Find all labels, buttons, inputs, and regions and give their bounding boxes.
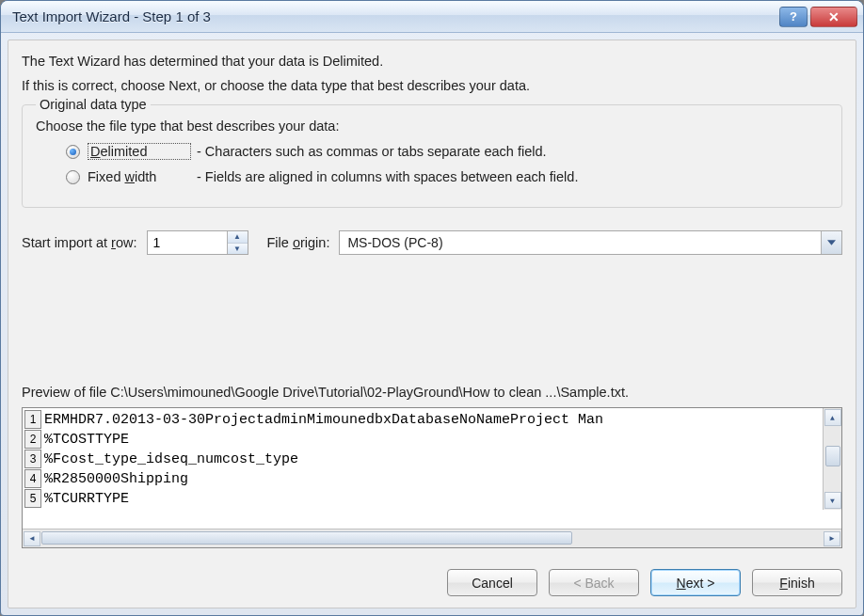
intro-text-1: The Text Wizard has determined that your… <box>22 54 842 69</box>
spinner-up-button[interactable]: ▲ <box>228 231 248 244</box>
row-text: %R2850000Shipping <box>44 469 188 489</box>
preview-box: 1ERMHDR7.02013-03-30ProjectadminMimouned… <box>22 407 842 548</box>
row-number: 3 <box>24 450 41 468</box>
row-number: 4 <box>24 469 41 488</box>
file-origin-value: MS-DOS (PC-8) <box>340 231 821 254</box>
next-button[interactable]: Next > <box>650 569 741 596</box>
delimited-radio[interactable] <box>66 145 80 159</box>
preview-row: 2%TCOSTTYPE <box>24 430 840 450</box>
start-row-input[interactable] <box>148 231 227 254</box>
radio-row-fixed: Fixed width - Fields are aligned in colu… <box>66 169 828 184</box>
scroll-left-button[interactable]: ◄ <box>24 531 40 546</box>
row-text: %TCURRTYPE <box>44 489 129 509</box>
file-origin-label: File origin: <box>267 235 330 250</box>
scroll-up-button[interactable]: ▲ <box>824 409 841 426</box>
preview-label: Preview of file C:\Users\mimouned\Google… <box>22 385 842 400</box>
row-text: ERMHDR7.02013-03-30ProjectadminMimounedb… <box>44 410 603 430</box>
delimited-desc: - Characters such as commas or tabs sepa… <box>197 144 547 159</box>
close-button[interactable]: ✕ <box>810 7 857 27</box>
dialog-content: The Text Wizard has determined that your… <box>8 39 856 608</box>
fixed-width-desc: - Fields are aligned in columns with spa… <box>197 169 578 184</box>
row-text: %Fcost_type_idseq_numcost_type <box>44 450 298 469</box>
start-row-label: Start import at row: <box>22 235 137 250</box>
start-row-spinner: ▲ ▼ <box>147 230 248 255</box>
preview-row: 1ERMHDR7.02013-03-30ProjectadminMimouned… <box>24 410 840 430</box>
row-text: %TCOSTTYPE <box>44 430 129 450</box>
row-number: 5 <box>24 489 41 508</box>
scroll-right-button[interactable]: ► <box>824 531 840 546</box>
window-title: Text Import Wizard - Step 1 of 3 <box>12 8 779 24</box>
intro-text-2: If this is correct, choose Next, or choo… <box>22 78 842 93</box>
fixed-width-radio-label[interactable]: Fixed width <box>88 169 191 184</box>
preview-row: 3%Fcost_type_idseq_numcost_type <box>24 450 840 469</box>
dialog-window: Text Import Wizard - Step 1 of 3 ? ✕ The… <box>0 0 864 616</box>
preview-row: 4%R2850000Shipping <box>24 469 840 489</box>
vertical-scroll-thumb[interactable] <box>825 446 840 466</box>
titlebar: Text Import Wizard - Step 1 of 3 ? ✕ <box>1 1 863 33</box>
row-number: 1 <box>24 410 41 429</box>
horizontal-scroll-thumb[interactable] <box>41 531 572 545</box>
choose-file-type-label: Choose the file type that best describes… <box>36 118 828 134</box>
spinner-down-button[interactable]: ▼ <box>228 244 248 255</box>
original-data-type-group: Original data type Choose the file type … <box>22 104 842 208</box>
horizontal-scrollbar[interactable]: ◄ ► <box>23 529 841 547</box>
horizontal-scroll-track[interactable] <box>41 531 823 546</box>
fixed-width-radio[interactable] <box>66 170 80 184</box>
back-button[interactable]: < Back <box>549 569 639 596</box>
row-number: 2 <box>24 430 41 449</box>
file-origin-dropdown-button[interactable] <box>821 231 841 254</box>
preview-row: 5%TCURRTYPE <box>24 489 840 509</box>
radio-row-delimited: DDelimitedelimited - Characters such as … <box>66 143 828 160</box>
preview-rows: 1ERMHDR7.02013-03-30ProjectadminMimouned… <box>23 408 841 529</box>
scroll-down-button[interactable]: ▼ <box>824 492 841 509</box>
help-button[interactable]: ? <box>779 7 808 27</box>
delimited-radio-label[interactable]: DDelimitedelimited <box>88 143 191 160</box>
finish-button[interactable]: Finish <box>752 569 842 596</box>
chevron-down-icon <box>827 240 836 245</box>
file-origin-combo[interactable]: MS-DOS (PC-8) <box>339 230 842 255</box>
import-options-row: Start import at row: ▲ ▼ File origin: MS… <box>22 230 842 255</box>
group-title: Original data type <box>36 97 151 112</box>
cancel-button[interactable]: Cancel <box>447 569 537 596</box>
dialog-button-row: Cancel < Back Next > Finish <box>22 569 842 596</box>
vertical-scrollbar[interactable]: ▲ ▼ <box>823 408 841 510</box>
